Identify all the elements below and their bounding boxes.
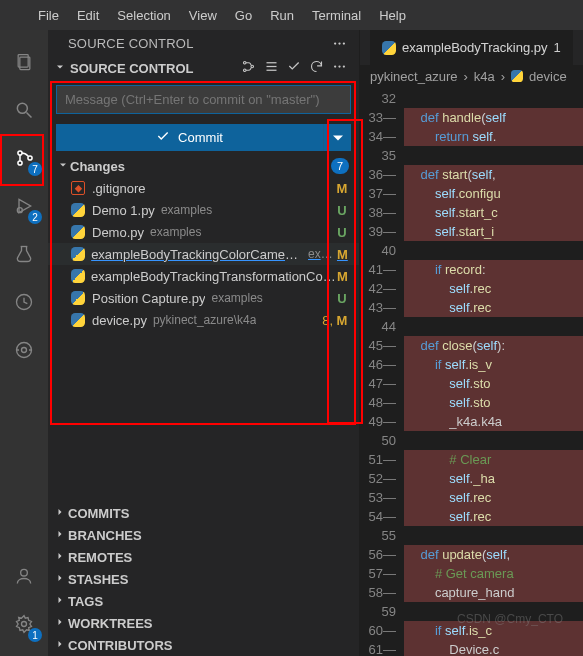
file-row[interactable]: device.pypykinect_azure\k4a8,M	[48, 309, 359, 331]
file-name: Position Capture.py	[92, 291, 205, 306]
file-name: Demo 1.py	[92, 203, 155, 218]
file-name: .gitignore	[92, 181, 145, 196]
svg-point-18	[244, 69, 247, 72]
file-num-indicator: 8,	[322, 313, 333, 328]
breadcrumb[interactable]: pykinect_azure› k4a› device	[360, 65, 583, 87]
menu-selection[interactable]: Selection	[109, 4, 178, 27]
gitignore-icon: ◆	[70, 180, 86, 196]
commit-button[interactable]: Commit	[56, 124, 323, 151]
gitlens-icon[interactable]	[0, 326, 48, 374]
file-dir: examples	[161, 203, 212, 217]
svg-point-15	[338, 42, 340, 44]
file-name: exampleBodyTrackingTransformationComp...	[91, 269, 336, 284]
file-status: U	[335, 203, 349, 218]
file-row[interactable]: Position Capture.pyexamplesU	[48, 287, 359, 309]
menu-run[interactable]: Run	[262, 4, 302, 27]
svg-point-11	[22, 348, 27, 353]
svg-point-25	[343, 65, 345, 67]
file-status: U	[335, 291, 349, 306]
section-stashes[interactable]: STASHES	[48, 568, 359, 590]
python-icon	[70, 246, 85, 262]
source-control-icon[interactable]: 7	[0, 134, 48, 182]
explorer-icon[interactable]	[0, 38, 48, 86]
menu-help[interactable]: Help	[371, 4, 414, 27]
file-dir: pykinect_azure\k4a	[153, 313, 256, 327]
file-row[interactable]: ◆.gitignoreM	[48, 177, 359, 199]
python-icon	[70, 202, 86, 218]
panel-title: SOURCE CONTROL	[68, 36, 194, 51]
settings-gear-icon[interactable]: 1	[0, 600, 48, 648]
svg-point-4	[18, 151, 22, 155]
file-dir: examples	[150, 225, 201, 239]
file-name: Demo.py	[92, 225, 144, 240]
file-dir: exa...	[308, 247, 336, 261]
section-worktrees[interactable]: WORKTREES	[48, 612, 359, 634]
timeline-icon[interactable]	[0, 278, 48, 326]
menu-edit[interactable]: Edit	[69, 4, 107, 27]
section-remotes[interactable]: REMOTES	[48, 546, 359, 568]
activity-bar: 7 2 1	[0, 30, 48, 656]
changes-count: 7	[331, 158, 349, 174]
debug-badge: 2	[28, 210, 42, 224]
more-icon[interactable]	[332, 59, 347, 77]
file-row[interactable]: exampleBodyTrackingColorCamera.pyexa...M	[48, 243, 359, 265]
file-status: M	[335, 313, 349, 328]
svg-point-13	[22, 622, 27, 627]
file-status: M	[336, 247, 349, 262]
file-name: device.py	[92, 313, 147, 328]
commit-dropdown[interactable]	[323, 124, 351, 151]
refresh-icon[interactable]	[309, 59, 324, 77]
source-control-section-header[interactable]: SOURCE CONTROL	[48, 57, 359, 81]
svg-point-16	[343, 42, 345, 44]
search-icon[interactable]	[0, 86, 48, 134]
python-icon	[70, 312, 86, 328]
menu-bar: FileEditSelectionViewGoRunTerminalHelp	[0, 0, 583, 30]
svg-point-23	[334, 65, 336, 67]
source-control-panel: SOURCE CONTROL SOURCE CONTROL	[48, 30, 360, 656]
section-commits[interactable]: COMMITS	[48, 502, 359, 524]
file-dir: examples	[211, 291, 262, 305]
python-icon	[70, 290, 86, 306]
menu-terminal[interactable]: Terminal	[304, 4, 369, 27]
file-name: exampleBodyTrackingColorCamera.py	[91, 247, 302, 262]
accounts-icon[interactable]	[0, 552, 48, 600]
panel-more-icon[interactable]	[332, 36, 347, 51]
svg-point-6	[28, 156, 32, 160]
section-branches[interactable]: BRANCHES	[48, 524, 359, 546]
changes-label: Changes	[70, 159, 125, 174]
python-icon	[382, 41, 396, 55]
file-row[interactable]: Demo 1.pyexamplesU	[48, 199, 359, 221]
svg-point-2	[17, 103, 27, 113]
editor-tab[interactable]: exampleBodyTracking.py 1	[370, 30, 573, 65]
run-debug-icon[interactable]: 2	[0, 182, 48, 230]
editor-area: exampleBodyTracking.py 1 pykinect_azure›…	[360, 30, 583, 656]
svg-line-3	[27, 113, 32, 118]
menu-view[interactable]: View	[181, 4, 225, 27]
python-icon	[70, 268, 85, 284]
menu-file[interactable]: File	[30, 4, 67, 27]
settings-badge: 1	[28, 628, 42, 642]
tab-modified-indicator: 1	[553, 40, 560, 55]
file-status: M	[335, 181, 349, 196]
menu-go[interactable]: Go	[227, 4, 260, 27]
file-row[interactable]: Demo.pyexamplesU	[48, 221, 359, 243]
list-icon[interactable]	[264, 59, 279, 77]
section-title: SOURCE CONTROL	[70, 61, 241, 76]
file-status: U	[335, 225, 349, 240]
python-icon	[70, 224, 86, 240]
scm-badge: 7	[28, 162, 42, 176]
changes-header[interactable]: Changes 7	[48, 155, 359, 177]
view-tree-icon[interactable]	[241, 59, 256, 77]
svg-point-14	[334, 42, 336, 44]
testing-icon[interactable]	[0, 230, 48, 278]
file-row[interactable]: exampleBodyTrackingTransformationComp...…	[48, 265, 359, 287]
svg-point-5	[18, 161, 22, 165]
commit-check-icon[interactable]	[287, 59, 301, 77]
section-contributors[interactable]: CONTRIBUTORS	[48, 634, 359, 656]
svg-point-12	[21, 569, 28, 576]
section-tags[interactable]: TAGS	[48, 590, 359, 612]
svg-point-17	[244, 62, 247, 65]
commit-label: Commit	[178, 130, 223, 145]
editor-body[interactable]: 3233—34—3536—37—38—39—4041—42—43—4445—46…	[360, 87, 583, 656]
commit-message-input[interactable]	[56, 85, 351, 114]
